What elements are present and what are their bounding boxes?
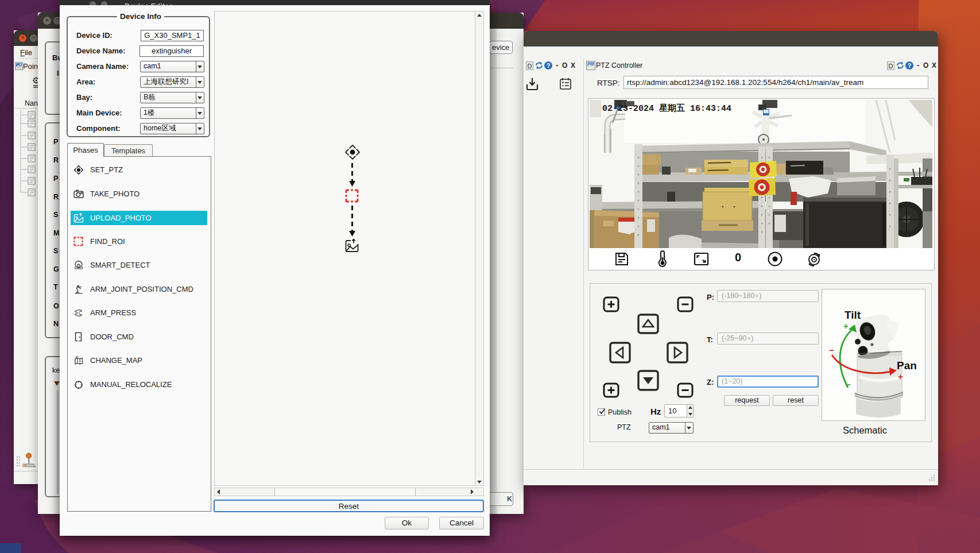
svg-text:+: + [843, 321, 849, 331]
svg-text:Tilt: Tilt [845, 309, 861, 321]
svg-text:−: − [846, 380, 851, 389]
svg-text:−: − [829, 345, 834, 355]
svg-text:?: ? [908, 62, 912, 69]
svg-text:?: ? [547, 62, 551, 69]
svg-text:+: + [898, 372, 903, 381]
svg-text:Pan: Pan [897, 359, 917, 372]
svg-text:02-23-2024 星期五 16:43:44: 02-23-2024 星期五 16:43:44 [602, 103, 731, 114]
